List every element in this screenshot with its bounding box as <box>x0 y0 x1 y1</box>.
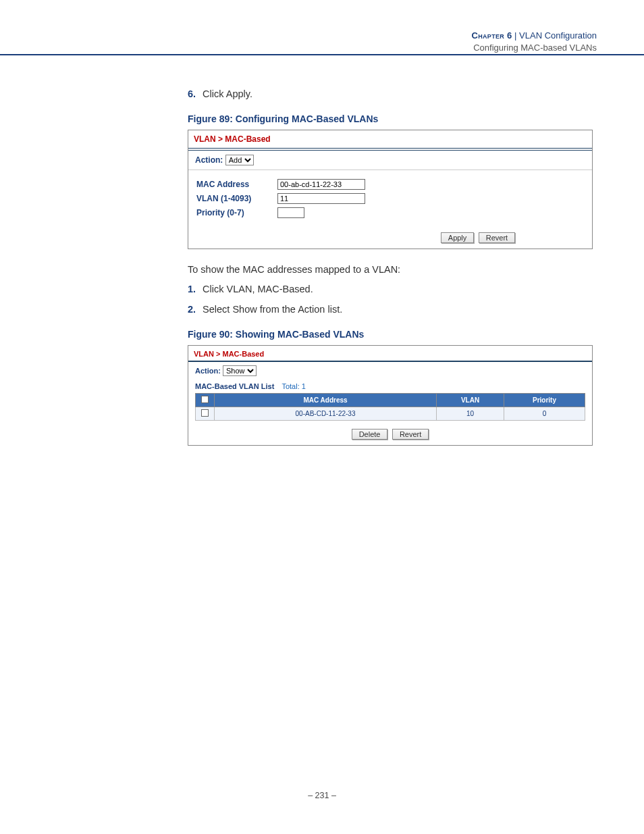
col-mac: MAC Address <box>215 394 437 407</box>
priority-input[interactable] <box>277 207 304 218</box>
apply-button[interactable]: Apply <box>441 232 475 243</box>
figure-89-caption: Figure 89: Configuring MAC-Based VLANs <box>188 113 593 124</box>
section-title: Configuring MAC-based VLANs <box>472 42 597 53</box>
mac-address-label: MAC Address <box>196 180 277 189</box>
action-label: Action: <box>195 367 221 375</box>
vlan-input[interactable] <box>277 193 365 204</box>
cell-priority: 0 <box>504 407 585 421</box>
delete-button[interactable]: Delete <box>352 429 388 440</box>
step-number: 6. <box>188 88 196 99</box>
col-priority: Priority <box>504 394 585 407</box>
col-select <box>196 394 215 407</box>
header-rule <box>0 54 644 55</box>
figure-89: VLAN > MAC-Based Action: Add MAC Address… <box>188 130 593 249</box>
breadcrumb: VLAN > MAC-Based <box>188 130 592 147</box>
mac-vlan-table: MAC Address VLAN Priority 00-AB-CD-11-22… <box>195 393 585 421</box>
breadcrumb: VLAN > MAC-Based <box>188 346 592 361</box>
table-row: 00-AB-CD-11-22-33 10 0 <box>196 407 585 421</box>
chapter-title: VLAN Configuration <box>519 30 597 41</box>
figure-90-caption: Figure 90: Showing MAC-Based VLANs <box>188 329 593 340</box>
step-text: Click VLAN, MAC-Based. <box>203 284 313 294</box>
revert-button[interactable]: Revert <box>479 232 515 243</box>
list-title: MAC-Based VLAN List <box>195 382 274 390</box>
vlan-label: VLAN (1-4093) <box>196 194 277 203</box>
select-all-checkbox[interactable] <box>201 396 209 403</box>
priority-label: Priority (0-7) <box>196 208 277 217</box>
action-select[interactable]: Show <box>223 365 257 376</box>
step-2: 2.Select Show from the Action list. <box>188 302 593 317</box>
show-intro: To show the MAC addresses mapped to a VL… <box>188 264 593 275</box>
col-vlan: VLAN <box>437 394 504 407</box>
step-text: Select Show from the Action list. <box>203 304 342 315</box>
step-text: Click Apply. <box>203 88 252 99</box>
revert-button[interactable]: Revert <box>392 429 429 440</box>
step-6: 6.Click Apply. <box>188 86 593 101</box>
cell-mac: 00-AB-CD-11-22-33 <box>215 407 437 421</box>
page-number: – 231 – <box>0 791 644 800</box>
action-label: Action: <box>195 155 223 165</box>
cell-vlan: 10 <box>437 407 504 421</box>
row-checkbox[interactable] <box>201 409 209 417</box>
chapter-label: Chapter 6 <box>472 30 512 41</box>
step-1: 1.Click VLAN, MAC-Based. <box>188 282 593 296</box>
mac-address-input[interactable] <box>277 179 365 190</box>
header-sep: | <box>512 30 519 41</box>
list-total: Total: 1 <box>281 382 305 390</box>
step-number: 1. <box>188 284 196 294</box>
action-select[interactable]: Add <box>225 155 254 165</box>
figure-90: VLAN > MAC-Based Action: Show MAC-Based … <box>188 345 593 446</box>
step-number: 2. <box>188 304 196 315</box>
